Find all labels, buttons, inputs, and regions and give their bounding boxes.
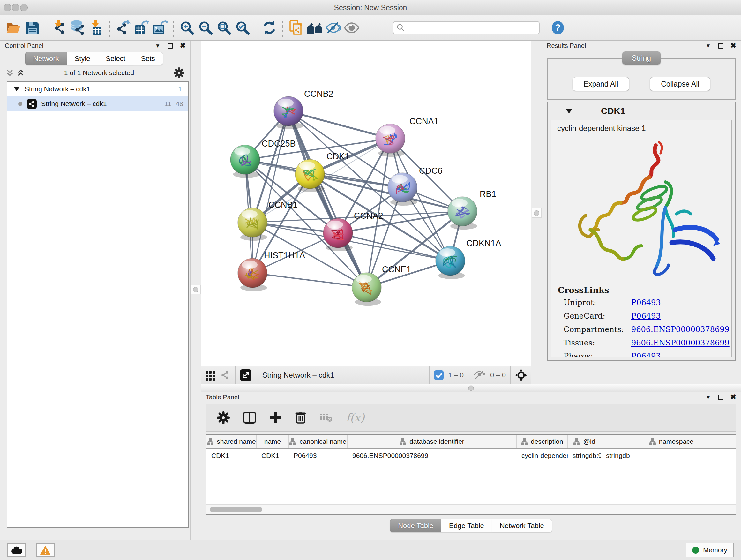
splitter-handle[interactable]	[193, 287, 199, 293]
function-builder-icon[interactable]: f(x)	[346, 411, 364, 424]
fit-content-icon[interactable]	[215, 18, 233, 37]
network-edge-CCNB2-HIST1H1A[interactable]	[253, 111, 288, 273]
network-row[interactable]: String Network – cdk1 11 48	[7, 97, 188, 111]
expand-all-button[interactable]: Expand All	[572, 77, 630, 91]
scrollbar-thumb[interactable]	[210, 507, 262, 512]
table-row[interactable]: CDK1CDK1P064939606.ENSP00000378699cyclin…	[206, 449, 736, 462]
hide-selected-icon[interactable]	[324, 18, 342, 37]
search-input[interactable]	[393, 21, 540, 35]
close-panel-icon[interactable]: ✖	[731, 394, 736, 401]
column-header-database-identifier[interactable]: database identifier	[347, 435, 517, 448]
right-splitter[interactable]	[531, 41, 542, 384]
network-node-CDC6[interactable]	[388, 173, 417, 206]
first-neighbors-icon[interactable]	[306, 18, 324, 37]
close-panel-icon[interactable]: ✖	[180, 42, 186, 49]
table-options-gear-icon[interactable]	[217, 411, 230, 424]
network-from-selection-icon[interactable]	[287, 18, 306, 37]
tab-style[interactable]: Style	[67, 52, 98, 65]
export-image-icon[interactable]	[151, 18, 170, 37]
grid-view-icon[interactable]	[205, 370, 216, 381]
float-panel-icon[interactable]	[167, 43, 173, 49]
network-node-CDK1[interactable]	[295, 159, 325, 192]
import-network-database-icon[interactable]	[69, 18, 87, 37]
tab-node-table[interactable]: Node Table	[390, 519, 441, 532]
table-cell[interactable]: CDK1	[257, 449, 289, 462]
horizontal-splitter[interactable]	[201, 384, 741, 392]
collection-expand-icon[interactable]	[14, 87, 19, 91]
crosslink-link[interactable]: P06493	[631, 298, 661, 307]
zoom-out-icon[interactable]	[196, 18, 215, 37]
crosslink-link[interactable]: 9606.ENSP00000378699	[631, 338, 730, 348]
network-node-CCNB1[interactable]	[238, 208, 267, 241]
zoom-selected-icon[interactable]	[233, 18, 252, 37]
column-header--id[interactable]: @id	[568, 435, 601, 448]
horizontal-scrollbar[interactable]	[206, 504, 736, 514]
network-node-CCNE1[interactable]	[352, 273, 381, 306]
tab-edge-table[interactable]: Edge Table	[441, 519, 492, 532]
open-session-icon[interactable]	[5, 18, 23, 37]
expand-all-icon[interactable]	[17, 69, 24, 76]
export-network-icon[interactable]	[114, 18, 132, 37]
network-node-RB1[interactable]	[448, 197, 477, 230]
table-cell[interactable]: cyclin-dependent ...	[517, 449, 568, 462]
cloud-status-button[interactable]	[7, 543, 26, 557]
left-splitter[interactable]	[190, 41, 201, 540]
network-node-CCNA2[interactable]	[323, 219, 353, 251]
crosslink-link[interactable]: P06493	[631, 312, 661, 320]
export-table-icon[interactable]	[132, 18, 151, 37]
table-cell[interactable]: CDK1	[206, 449, 257, 462]
collapse-panel-icon[interactable]: ▼	[705, 395, 711, 400]
birds-eye-view-icon[interactable]	[515, 369, 527, 381]
detach-view-icon[interactable]	[240, 369, 252, 381]
collapse-panel-icon[interactable]: ▼	[705, 43, 711, 49]
crosslink-link[interactable]: 9606.ENSP00000378699	[631, 325, 730, 334]
network-node-CDKN1A[interactable]	[435, 246, 465, 279]
network-node-CCNA1[interactable]	[376, 124, 405, 157]
memory-button[interactable]: Memory	[686, 543, 734, 557]
network-edge-HIST1H1A-CCNE1[interactable]	[253, 273, 367, 287]
table-cell[interactable]: stringdb	[601, 449, 736, 462]
tab-select[interactable]: Select	[98, 52, 133, 65]
entry-collapse-icon[interactable]	[566, 109, 572, 113]
float-panel-icon[interactable]	[718, 395, 724, 400]
column-header-canonical-name[interactable]: canonical name	[289, 435, 347, 448]
collapse-panel-icon[interactable]: ▼	[155, 43, 160, 49]
splitter-handle[interactable]	[534, 210, 539, 216]
network-node-HIST1H1A[interactable]	[238, 258, 267, 291]
table-cell[interactable]: P06493	[289, 449, 347, 462]
create-column-icon[interactable]	[269, 412, 281, 424]
column-header-shared-name[interactable]: shared name	[206, 435, 257, 448]
zoom-in-icon[interactable]	[178, 18, 196, 37]
network-view-mode-icon[interactable]	[220, 370, 231, 380]
close-panel-icon[interactable]: ✖	[731, 42, 736, 49]
network-edge-CCNA2-CDKN1A[interactable]	[338, 233, 450, 261]
network-collection-row[interactable]: String Network – cdk1 1	[7, 82, 188, 97]
show-columns-icon[interactable]	[243, 412, 256, 424]
table-cell[interactable]: stringdb:9...	[568, 449, 601, 462]
save-session-icon[interactable]	[23, 18, 42, 37]
network-node-CDC25B[interactable]	[230, 145, 260, 178]
import-table-file-icon[interactable]	[87, 18, 106, 37]
crosslink-link[interactable]: P06493	[631, 352, 661, 357]
tab-string[interactable]: String	[622, 51, 661, 65]
tab-network[interactable]: Network	[25, 52, 67, 65]
network-canvas[interactable]: CCNB2CCNA1CDC25BCDK1CDC6RB1CCNB1CCNA2CDK…	[201, 41, 531, 366]
network-edge-CDK1-RB1[interactable]	[310, 174, 462, 211]
tab-network-table[interactable]: Network Table	[492, 519, 552, 532]
splitter-handle[interactable]	[468, 385, 474, 391]
delete-column-icon[interactable]	[295, 411, 307, 424]
column-header-namespace[interactable]: namespace	[601, 435, 736, 448]
collapse-all-icon[interactable]	[6, 69, 14, 76]
network-node-CCNB2[interactable]	[274, 97, 303, 129]
tab-sets[interactable]: Sets	[133, 52, 163, 65]
float-panel-icon[interactable]	[718, 43, 724, 49]
help-icon[interactable]: ?	[549, 18, 567, 37]
delete-table-icon[interactable]	[320, 413, 333, 423]
column-header-name[interactable]: name	[257, 435, 289, 448]
import-network-file-icon[interactable]	[50, 18, 69, 37]
eye-icon[interactable]	[342, 18, 361, 37]
refresh-view-icon[interactable]	[260, 18, 279, 37]
warnings-button[interactable]	[36, 543, 55, 557]
table-cell[interactable]: 9606.ENSP00000378699	[347, 449, 517, 462]
collapse-all-button[interactable]: Collapse All	[650, 77, 711, 91]
